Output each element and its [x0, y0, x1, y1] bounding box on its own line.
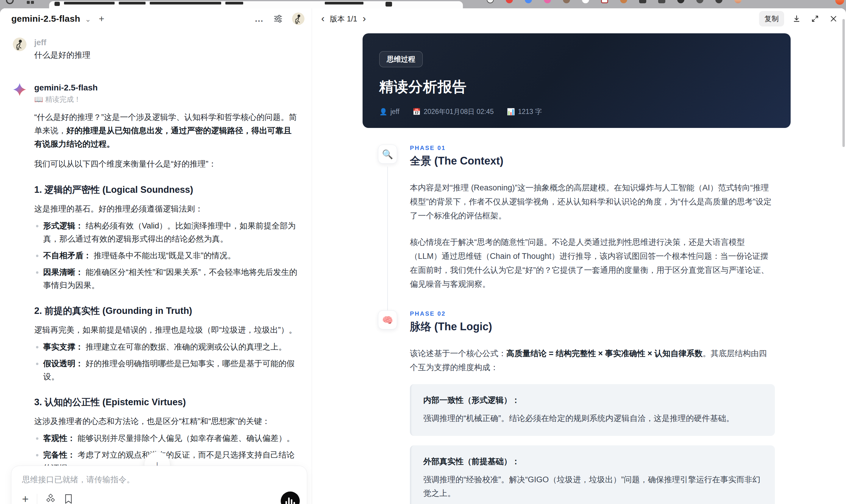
list-item: 形式逻辑： 结构必须有效（Valid）。比如演绎推理中，如果前提全部为真，那么通… — [34, 219, 298, 246]
list-item: 假设透明： 好的推理会明确指明哪些是已知事实，哪些是基于可能的假设。 — [34, 357, 298, 383]
phase-timeline: 🔍 PHASE 01 全景 (The Context) 本内容是对“推理 (Re… — [378, 145, 846, 504]
logic-card-2: 外部真实性（前提基础）： 强调推理的“经验校准”。解决“GIGO（垃圾进，垃圾出… — [410, 445, 775, 504]
card-title: 内部一致性（形式逻辑）： — [423, 395, 763, 406]
profile-avatar[interactable] — [734, 0, 741, 3]
extension-icon[interactable] — [506, 0, 513, 3]
user-message-text: 什么是好的推理 — [34, 49, 298, 61]
assistant-name: gemini-2.5-flash — [34, 83, 298, 93]
sparkle-tools-icon[interactable] — [46, 494, 56, 504]
section-intro-1: 这是推理的基石。好的推理必须遵循逻辑法则： — [34, 202, 298, 216]
browser-left-icons — [6, 0, 35, 4]
chevron-down-icon[interactable]: ⌄ — [85, 15, 91, 23]
app-window: gemini-2.5-flash ⌄ + … — [0, 8, 846, 504]
user-message-row: jeff 什么是好的推理 — [13, 37, 298, 61]
bookmark-icon[interactable] — [64, 494, 73, 504]
phase-02: 🧠 PHASE 02 脉络 (The Logic) 该论述基于一个核心公式：高质… — [378, 310, 846, 504]
copy-button[interactable]: 复制 — [759, 11, 784, 26]
list-item: 因果清晰： 能准确区分“相关性”和“因果关系”，不会轻率地将先后发生的事情归为因… — [34, 266, 298, 292]
extension-icon[interactable] — [696, 0, 703, 3]
gemini-logo-icon — [13, 83, 27, 96]
phase-paragraph: 本内容是对“推理 (Reasoning)”这一抽象概念的高层建模。在知识爆炸与人… — [410, 181, 775, 223]
extension-icon[interactable] — [620, 0, 627, 3]
version-label: 版本 1/1 — [330, 14, 357, 24]
timeline-connector — [387, 167, 388, 313]
bullet-list: 形式逻辑： 结构必须有效（Valid）。比如演绎推理中，如果前提全部为真，那么通… — [34, 219, 298, 292]
extension-icons-row — [487, 0, 741, 3]
divider — [37, 494, 37, 504]
voice-input-button[interactable] — [281, 491, 300, 504]
extension-icon[interactable] — [639, 0, 646, 3]
composer-placeholder[interactable]: 思维接口已就绪，请传输指令。 — [22, 474, 296, 485]
section-heading-3: 3. 认知的公正性 (Epistemic Virtues) — [34, 396, 298, 408]
extension-icon[interactable] — [658, 0, 665, 3]
tab-favicon — [54, 2, 60, 6]
report-title: 精读分析报告 — [379, 77, 774, 96]
card-text: 强调推理的“经验校准”。解决“GIGO（垃圾进，垃圾出）”问题，确保推理引擎运行… — [423, 473, 763, 500]
browser-menu-icon[interactable] — [835, 0, 844, 5]
extension-icon[interactable] — [715, 0, 722, 3]
more-options-icon[interactable]: … — [254, 14, 264, 24]
expand-icon[interactable] — [809, 13, 821, 25]
phase-paragraph: 该论述基于一个核心公式：高质量结论 = 结构完整性 × 事实准确性 × 认知自律… — [410, 347, 775, 375]
extension-icon[interactable] — [544, 0, 551, 3]
card-text: 强调推理的“机械正确”。结论必须在给定的规则系统内逻辑自洽，这是推理的硬件基础。 — [423, 412, 763, 425]
report-badge: 思维过程 — [379, 51, 423, 67]
extension-icon[interactable] — [487, 0, 494, 3]
composer[interactable]: 思维接口已就绪，请传输指令。 + — [11, 466, 307, 504]
extension-icon[interactable] — [677, 0, 684, 3]
barchart-icon: 📊 — [507, 108, 515, 115]
chevron-right-icon[interactable]: › — [363, 13, 366, 23]
settings-sliders-icon[interactable] — [273, 14, 283, 24]
report-header: ‹ 版本 1/1 › 复制 — [312, 8, 846, 29]
phase-title: 脉络 (The Logic) — [410, 320, 775, 334]
download-icon[interactable] — [791, 13, 803, 25]
phase-label: PHASE 02 — [410, 310, 775, 317]
scrollbar[interactable] — [842, 19, 845, 147]
meta-wordcount: 1213 字 — [518, 108, 542, 115]
book-icon: 📖 — [34, 95, 43, 103]
section-intro-2: 逻辑再完美，如果前提是错误的，推理也是垃圾（即“垃圾进，垃圾出”）。 — [34, 323, 298, 337]
list-item: 事实支撑： 推理建立在可靠的数据、准确的观测或公认的真理之上。 — [34, 340, 298, 354]
calendar-icon: 📅 — [412, 108, 421, 115]
report-hero-card: 思维过程 精读分析报告 👤jeff 📅2026年01月08日 02:45 📊12… — [363, 33, 791, 128]
card-title: 外部真实性（前提基础）： — [423, 456, 763, 467]
phase-01: 🔍 PHASE 01 全景 (The Context) 本内容是对“推理 (Re… — [378, 145, 846, 291]
chevron-left-icon[interactable]: ‹ — [321, 13, 324, 23]
attach-plus-button[interactable]: + — [22, 493, 29, 504]
magnifier-icon: 🔍 — [378, 145, 397, 164]
new-chat-button[interactable]: + — [99, 14, 105, 23]
list-item: 客观性： 能够识别并尽量排除个人偏见（如幸存者偏差、确认偏差）。 — [34, 432, 298, 445]
extension-icon[interactable] — [601, 0, 608, 3]
section-intro-3: 这涉及推理者的心态和方法论，也是区分“杠精”和“思想家”的关键： — [34, 415, 298, 428]
report-meta: 👤jeff 📅2026年01月08日 02:45 📊1213 字 — [379, 107, 774, 116]
bullet-list: 事实支撑： 推理建立在可靠的数据、准确的观测或公认的真理之上。 假设透明： 好的… — [34, 340, 298, 383]
reload-icon[interactable] — [6, 0, 14, 4]
author-icon: 👤 — [379, 108, 387, 115]
close-icon[interactable] — [828, 13, 840, 25]
chat-scroll-area[interactable]: jeff 什么是好的推理 gemini-2.5-flash — [0, 29, 312, 504]
user-avatar — [13, 37, 27, 51]
assistant-paragraph: “什么是好的推理？”这是一个涉及逻辑学、认知科学和哲学核心的问题。简单来说，好的… — [34, 111, 298, 151]
extension-icon[interactable] — [525, 0, 532, 3]
tab-badge-icon — [386, 2, 392, 6]
list-item: 不自相矛盾： 推理链条中不能出现“既是又非”的情况。 — [34, 249, 298, 262]
report-scroll-area[interactable]: 思维过程 精读分析报告 👤jeff 📅2026年01月08日 02:45 📊12… — [312, 29, 846, 504]
brain-icon: 🧠 — [378, 310, 397, 329]
user-name: jeff — [34, 37, 298, 48]
meta-author: jeff — [390, 108, 399, 115]
section-heading-2: 2. 前提的真实性 (Grounding in Truth) — [34, 305, 298, 317]
phase-title: 全景 (The Context) — [410, 154, 775, 168]
assistant-status: 📖 精读完成！ — [34, 95, 298, 104]
phase-paragraph: 核心情境在于解决“思考的随意性”问题。不论是人类通过批判性思维进行决策，还是大语… — [410, 235, 775, 291]
extension-icon[interactable] — [563, 0, 570, 3]
assistant-message-row: gemini-2.5-flash 📖 精读完成！ “什么是好的推理？”这是一个涉… — [13, 83, 298, 504]
phase-label: PHASE 01 — [410, 145, 775, 151]
section-heading-1: 1. 逻辑的严密性 (Logical Soundness) — [34, 184, 298, 196]
model-selector[interactable]: gemini-2.5-flash — [11, 14, 81, 24]
assistant-paragraph: 我们可以从以下四个维度来衡量什么是“好的推理”： — [34, 157, 298, 171]
user-avatar[interactable] — [292, 13, 304, 25]
meta-datetime: 2026年01月08日 02:45 — [424, 108, 494, 115]
apps-grid-icon[interactable] — [27, 0, 35, 4]
browser-tab[interactable] — [49, 1, 463, 8]
extension-icon[interactable] — [582, 0, 589, 3]
